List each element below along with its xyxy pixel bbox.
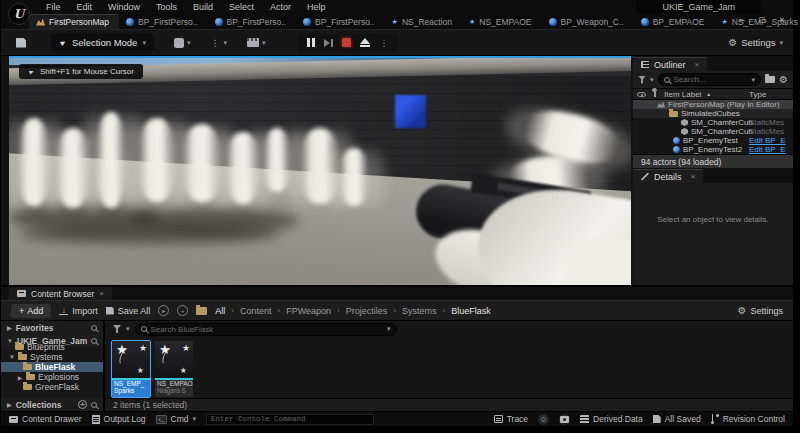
console-command-input[interactable]: [211, 415, 369, 423]
breadcrumb-blueflask[interactable]: BlueFlask: [451, 306, 491, 316]
column-type[interactable]: Type: [749, 90, 789, 99]
menu-window[interactable]: Window: [101, 1, 147, 13]
filter-icon[interactable]: [638, 76, 646, 84]
add-button[interactable]: + Add: [11, 304, 51, 318]
menu-build[interactable]: Build: [186, 1, 220, 13]
import-button[interactable]: ↓ Import: [59, 306, 98, 316]
derived-data-button[interactable]: Derived Data: [580, 414, 643, 424]
add-actor-dropdown[interactable]: ▾: [174, 38, 191, 48]
tree-label: Blueprints: [27, 342, 65, 352]
close-icon[interactable]: ×: [99, 289, 104, 298]
content-browser-settings[interactable]: ⚙ Settings: [738, 306, 784, 316]
tree-item-blueprints[interactable]: Blueprints: [1, 342, 103, 352]
collections-section[interactable]: ▶ Collections +: [1, 398, 103, 411]
asset-tile-ns-emp-sparks[interactable]: ★ ★ ★ NS_EMP_ Sparks: [111, 340, 151, 398]
tab-bp-weapon-c[interactable]: BP_Weapon_C..: [542, 14, 634, 29]
all-saved-button[interactable]: All Saved: [653, 414, 701, 424]
close-icon[interactable]: ×: [691, 172, 696, 181]
game-viewport[interactable]: ► Shift+F1 for Mouse Cursor: [9, 56, 631, 285]
forward-button[interactable]: +: [177, 305, 188, 316]
search-icon[interactable]: [91, 338, 97, 344]
tab-details[interactable]: Details ×: [633, 169, 703, 183]
edit-blueprint-link[interactable]: Edit BP_E: [749, 136, 793, 145]
tab-firstpersonmap[interactable]: FirstPersonMap: [29, 14, 119, 29]
selection-mode-dropdown[interactable]: ► Selection Mode ▾: [51, 34, 154, 51]
tree-item-systems[interactable]: ▼ Systems: [1, 352, 103, 362]
menu-edit[interactable]: Edit: [70, 1, 100, 13]
import-label: Import: [72, 306, 98, 316]
asset-search-input[interactable]: [151, 325, 383, 334]
screenshot-camera-button[interactable]: [559, 414, 570, 425]
edit-blueprint-link[interactable]: Edit BP_E: [749, 145, 793, 154]
close-icon[interactable]: ×: [695, 60, 700, 69]
tab-bp-empaoe[interactable]: BP_EMPAOE: [634, 14, 715, 29]
search-icon[interactable]: [91, 325, 97, 331]
row-label: BP_EnemyTest2: [683, 145, 742, 154]
tab-content-browser[interactable]: Content Browser ×: [9, 287, 112, 300]
tab-bp-firstperson-3[interactable]: BP_FirstPerso..: [296, 14, 385, 29]
tab-ns-reaction[interactable]: ★ NS_Reaction: [385, 14, 462, 29]
close-button[interactable]: ×: [777, 13, 787, 27]
tab-outliner[interactable]: Outliner ×: [633, 57, 707, 71]
cmd-dropdown[interactable]: ›_ Cmd ▾: [156, 414, 196, 424]
gear-icon[interactable]: ⚙: [779, 75, 788, 85]
menu-tools[interactable]: Tools: [149, 1, 184, 13]
save-button[interactable]: [11, 35, 31, 51]
outliner-search-input[interactable]: [674, 75, 748, 84]
tab-bp-firstperson-2[interactable]: BP_FirstPerso..: [208, 14, 297, 29]
blueprints-dropdown[interactable]: ⋮ ▾: [210, 38, 227, 48]
breadcrumb-systems[interactable]: Systems: [402, 306, 437, 316]
menu-select[interactable]: Select: [222, 1, 261, 13]
tree-item-greenflask[interactable]: GreenFlask: [1, 382, 103, 392]
minimize-button[interactable]: –: [737, 13, 747, 27]
tree-item-explosions[interactable]: ▶ Explosions: [1, 372, 103, 382]
breadcrumb-fpweapon[interactable]: FPWeapon: [286, 306, 331, 316]
outliner-tab-row: Outliner ×: [633, 56, 793, 71]
maximize-button[interactable]: □: [757, 13, 767, 27]
favorites-section[interactable]: ▶ Favorites: [1, 321, 103, 334]
add-collection-icon[interactable]: +: [78, 400, 87, 409]
pause-button[interactable]: [307, 38, 315, 47]
tab-ns-empaoe[interactable]: ★ NS_EMPAOE: [462, 14, 542, 29]
tree-item-blueflask[interactable]: BlueFlask: [1, 362, 103, 372]
trace-button[interactable]: Trace: [494, 414, 528, 424]
back-button[interactable]: ▸: [158, 305, 169, 316]
menu-file[interactable]: File: [39, 1, 68, 13]
outliner-row-folder[interactable]: SimulatedCubes: [633, 109, 793, 118]
chevron-down-icon[interactable]: ▾: [650, 76, 654, 84]
visibility-eye-icon[interactable]: [637, 92, 646, 97]
content-drawer-button[interactable]: Content Drawer: [9, 414, 82, 424]
menu-actor[interactable]: Actor: [263, 1, 298, 13]
feedback-smiley-button[interactable]: ☺: [538, 414, 549, 425]
niagara-icon: ★: [469, 18, 475, 26]
outliner-row-world[interactable]: FirstPersonMap (Play In Editor): [633, 100, 793, 109]
search-icon[interactable]: [91, 402, 97, 408]
breadcrumb-all[interactable]: All: [215, 306, 225, 316]
outliner-row-staticmesh[interactable]: SM_ChamferCub StaticMes: [633, 118, 793, 127]
outliner-row-staticmesh[interactable]: SM_ChamferCub StaticMes: [633, 127, 793, 136]
asset-tile-ns-empaoe[interactable]: ★ ★ ★ NS_EMPAOE Niagara S: [154, 340, 194, 398]
pin-icon[interactable]: [654, 91, 656, 97]
unreal-logo-icon[interactable]: U: [8, 3, 30, 25]
output-log-button[interactable]: Output Log: [92, 414, 146, 424]
column-item-label[interactable]: Item Label: [664, 90, 701, 99]
outliner-row-blueprint[interactable]: BP_EnemyTest Edit BP_E: [633, 136, 793, 145]
eject-button[interactable]: [360, 38, 370, 47]
breadcrumb-projectiles[interactable]: Projectiles: [346, 306, 388, 316]
chevron-down-icon[interactable]: ▾: [387, 325, 391, 333]
new-folder-icon[interactable]: [765, 76, 775, 83]
save-all-button[interactable]: Save All: [106, 306, 151, 316]
revision-control-button[interactable]: Revision Control: [711, 414, 785, 424]
breadcrumb-content[interactable]: Content: [240, 306, 272, 316]
stop-button[interactable]: [342, 38, 351, 47]
filter-icon[interactable]: [113, 325, 121, 333]
menu-help[interactable]: Help: [300, 1, 333, 13]
chevron-down-icon[interactable]: ▾: [752, 76, 756, 84]
tab-bp-firstperson-1[interactable]: BP_FirstPerso..: [119, 14, 208, 29]
viewport-settings-dropdown[interactable]: ⚙ Settings ▾: [728, 37, 783, 48]
outliner-row-blueprint[interactable]: BP_EnemyTest2 Edit BP_E: [633, 145, 793, 154]
chevron-down-icon[interactable]: ▾: [126, 325, 130, 333]
frame-skip-button[interactable]: [324, 39, 333, 47]
play-options-button[interactable]: ⋮: [379, 38, 388, 48]
cinematics-dropdown[interactable]: ▾: [247, 38, 266, 47]
